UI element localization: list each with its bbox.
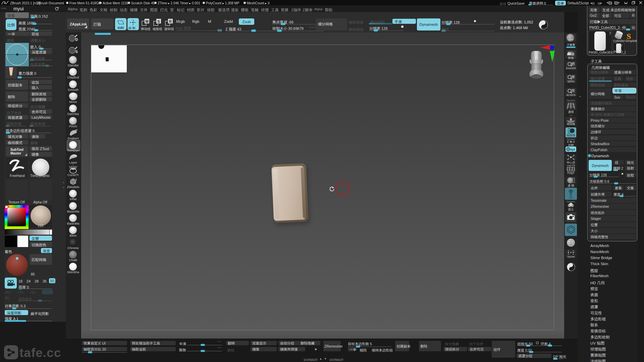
svg-text:S: S (157, 19, 160, 23)
svg-text:S: S (75, 50, 78, 54)
svg-text:⇲: ⇲ (572, 63, 574, 65)
svg-text:xyz: xyz (570, 148, 575, 151)
svg-text:1: 1 (75, 178, 77, 181)
svg-text:R: R (169, 19, 172, 23)
svg-text:D: D (75, 38, 78, 42)
svg-text:50: 50 (572, 90, 575, 92)
svg-text:M: M (145, 19, 148, 23)
svg-text:1:1: 1:1 (572, 76, 575, 78)
